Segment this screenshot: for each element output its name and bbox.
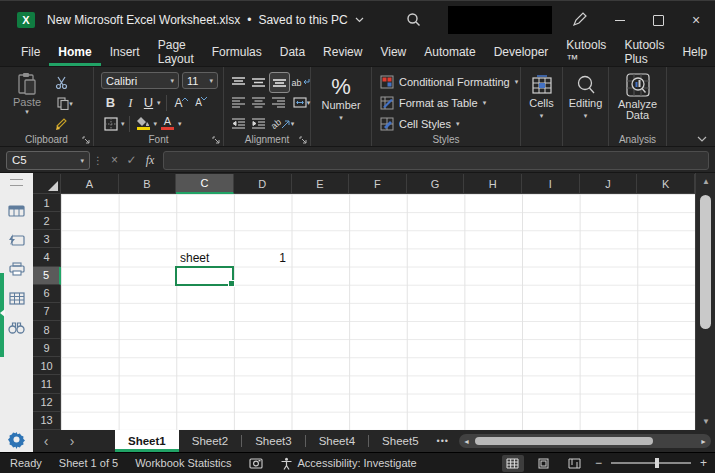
row-header-11[interactable]: 11: [33, 375, 61, 393]
tab-review[interactable]: Review: [314, 38, 371, 66]
more-options-icon[interactable]: ⋮: [93, 155, 103, 166]
maximize-button[interactable]: [639, 1, 677, 39]
copy-button[interactable]: ▾: [52, 94, 78, 113]
column-header-i[interactable]: I: [522, 174, 580, 194]
row-header-3[interactable]: 3: [33, 230, 61, 248]
row-header-1[interactable]: 1: [33, 194, 61, 212]
column-header-j[interactable]: J: [580, 174, 638, 194]
align-right-button[interactable]: [269, 93, 288, 112]
zoom-in-button[interactable]: +: [700, 456, 707, 470]
printer-icon[interactable]: [0, 256, 33, 282]
zoom-slider-thumb[interactable]: [655, 458, 659, 468]
close-button[interactable]: ×: [677, 1, 715, 39]
chevron-down-icon[interactable]: [355, 17, 364, 23]
row-header-13[interactable]: 13: [33, 412, 61, 430]
sheet-tab-sheet2[interactable]: Sheet2: [179, 430, 241, 452]
collapse-pane-icon[interactable]: [0, 309, 5, 317]
save-status[interactable]: Saved to this PC: [258, 13, 347, 27]
row-header-7[interactable]: 7: [33, 303, 61, 321]
fill-handle[interactable]: [228, 280, 235, 287]
tab-formulas[interactable]: Formulas: [203, 38, 271, 66]
cell-styles-button[interactable]: Cell Styles ▾: [380, 113, 518, 134]
cut-button[interactable]: [52, 73, 71, 92]
scroll-up-icon[interactable]: ▲: [696, 177, 715, 186]
fill-color-button[interactable]: [134, 114, 153, 133]
zoom-slider[interactable]: [611, 462, 691, 464]
tab-kutools-plus[interactable]: Kutools Plus: [615, 38, 673, 66]
previous-sheet-button[interactable]: ‹: [33, 430, 59, 452]
format-as-table-button[interactable]: Format as Table ▾: [380, 92, 518, 113]
horizontal-scroll-thumb[interactable]: [475, 437, 653, 445]
column-header-k[interactable]: K: [637, 174, 695, 194]
excel-app-icon[interactable]: X: [17, 12, 35, 28]
cancel-button[interactable]: ×: [106, 153, 123, 167]
font-name-select[interactable]: Calibri▾: [101, 72, 179, 89]
column-header-b[interactable]: B: [119, 174, 177, 194]
editing-button[interactable]: Editing ▾: [563, 75, 608, 119]
sheet-tab-sheet5[interactable]: Sheet5: [369, 430, 431, 452]
tab-automate[interactable]: Automate: [415, 38, 484, 66]
horizontal-scrollbar[interactable]: ◄ ►: [459, 434, 711, 448]
sheet-tab-sheet1[interactable]: Sheet1: [115, 430, 179, 452]
ink-pen-icon[interactable]: [572, 11, 588, 27]
increase-indent-button[interactable]: [249, 114, 268, 133]
font-color-button[interactable]: A: [158, 114, 177, 133]
column-header-f[interactable]: F: [349, 174, 407, 194]
analyze-data-button[interactable]: Analyze Data: [609, 73, 666, 121]
normal-view-button[interactable]: [502, 455, 524, 472]
quick-access-pane-icon[interactable]: [0, 227, 33, 253]
column-header-h[interactable]: H: [464, 174, 522, 194]
top-align-button[interactable]: [229, 73, 248, 92]
font-size-select[interactable]: 11▾: [182, 72, 218, 89]
drag-handle-icon[interactable]: [10, 179, 23, 186]
tab-kutools[interactable]: Kutools ™: [557, 38, 615, 66]
vertical-scroll-thumb[interactable]: [700, 195, 711, 329]
paste-button[interactable]: Paste ▾: [8, 72, 46, 115]
page-break-preview-button[interactable]: [564, 455, 586, 472]
next-sheet-button[interactable]: ›: [59, 430, 85, 452]
row-header-9[interactable]: 9: [33, 339, 61, 357]
collapse-ribbon-button[interactable]: [697, 136, 707, 142]
cell-c4[interactable]: sheet: [180, 249, 209, 267]
camera-snapshot-icon[interactable]: [249, 457, 263, 469]
name-box[interactable]: C5 ▾: [6, 151, 90, 170]
workbook-statistics-button[interactable]: Workbook Statistics: [135, 457, 231, 469]
row-header-8[interactable]: 8: [33, 321, 61, 339]
search-icon[interactable]: [406, 12, 421, 27]
bottom-align-button[interactable]: [269, 72, 290, 93]
decrease-indent-button[interactable]: [229, 114, 248, 133]
scroll-down-icon[interactable]: ▼: [696, 417, 715, 426]
tab-data[interactable]: Data: [271, 38, 314, 66]
bold-button[interactable]: B: [101, 93, 120, 112]
worksheets-pane-icon[interactable]: [0, 198, 33, 224]
chevron-down-icon[interactable]: ▾: [178, 120, 182, 127]
zoom-out-button[interactable]: −: [595, 456, 602, 470]
tab-insert[interactable]: Insert: [101, 38, 149, 66]
tab-file[interactable]: File: [12, 38, 49, 66]
enter-button[interactable]: ✓: [123, 153, 140, 167]
row-header-2[interactable]: 2: [33, 212, 61, 230]
tab-help[interactable]: Help: [673, 38, 715, 66]
scroll-right-icon[interactable]: ►: [700, 438, 707, 445]
sheet-tab-sheet4[interactable]: Sheet4: [306, 430, 368, 452]
column-list-icon[interactable]: [0, 285, 33, 311]
formula-input[interactable]: [163, 151, 709, 170]
active-cell-c5[interactable]: [175, 266, 234, 286]
italic-button[interactable]: I: [121, 93, 140, 112]
chevron-down-icon[interactable]: ▾: [154, 120, 158, 127]
settings-gear-icon[interactable]: [7, 430, 26, 449]
orientation-button[interactable]: ab▾: [269, 114, 296, 133]
binoculars-find-icon[interactable]: [0, 314, 33, 340]
font-dialog-launcher[interactable]: [212, 136, 220, 144]
underline-button[interactable]: U: [141, 93, 156, 112]
tab-page-layout[interactable]: Page Layout: [149, 38, 203, 66]
increase-font-button[interactable]: A: [172, 93, 191, 112]
vertical-scrollbar[interactable]: ▲ ▼: [695, 173, 715, 430]
insert-function-button[interactable]: fx: [140, 153, 160, 168]
align-left-button[interactable]: [229, 93, 248, 112]
minimize-button[interactable]: [601, 1, 639, 39]
conditional-formatting-button[interactable]: Conditional Formatting ▾: [380, 71, 518, 92]
chevron-down-icon[interactable]: ▾: [121, 120, 125, 127]
tab-view[interactable]: View: [371, 38, 415, 66]
number-format-button[interactable]: % Number ▾: [311, 75, 371, 121]
